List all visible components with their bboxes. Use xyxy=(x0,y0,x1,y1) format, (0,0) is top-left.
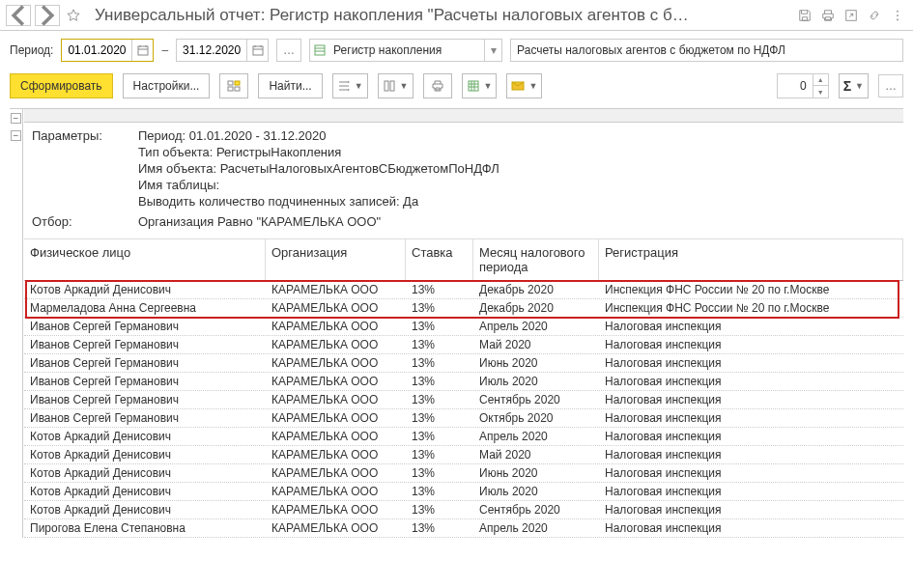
print-icon[interactable] xyxy=(818,6,838,25)
find-button[interactable]: Найти... xyxy=(258,73,322,98)
cell-org: КАРАМЕЛЬКА ООО xyxy=(266,354,406,372)
more2-button[interactable]: … xyxy=(878,74,903,98)
stepper-arrows[interactable]: ▲▼ xyxy=(813,74,828,98)
object-type-combo[interactable]: Регистр накопления ▾ xyxy=(309,39,502,62)
collapse-toggle[interactable]: − xyxy=(11,130,21,141)
svg-rect-10 xyxy=(235,87,240,91)
params-objname: Имя объекта: РасчетыНалоговыхАгентовСБюд… xyxy=(138,161,499,176)
table-row[interactable]: Котов Аркадий ДенисовичКАРАМЕЛЬКА ООО13%… xyxy=(24,446,903,464)
collapse-button[interactable]: ▼ xyxy=(332,73,368,98)
cell-month: Июнь 2020 xyxy=(473,464,599,482)
cell-name: Котов Аркадий Денисович xyxy=(24,428,266,445)
period-toolbar: Период: – … Регистр накопления ▾ Расчеты… xyxy=(0,31,913,70)
svg-rect-12 xyxy=(390,81,394,91)
cell-rate: 13% xyxy=(406,519,473,537)
dash: – xyxy=(161,43,168,57)
window-title: Универсальный отчет: Регистр накопления … xyxy=(87,6,791,25)
date-to-input[interactable] xyxy=(177,40,246,61)
date-to[interactable] xyxy=(176,39,269,62)
table-row[interactable]: Котов Аркадий ДенисовичКАРАМЕЛЬКА ООО13%… xyxy=(24,483,903,501)
export-button[interactable]: ▼ xyxy=(462,73,498,98)
cell-org: КАРАМЕЛЬКА ООО xyxy=(266,336,406,353)
collapse-toggle[interactable]: − xyxy=(11,113,21,124)
curpage-stepper[interactable]: 0 ▲▼ xyxy=(777,73,829,98)
svg-point-1 xyxy=(897,10,899,12)
register-icon xyxy=(310,44,329,56)
grey-header-bar xyxy=(24,109,903,123)
calendar-icon[interactable] xyxy=(246,40,268,61)
cell-month: Июнь 2020 xyxy=(473,354,599,372)
cell-reg: Налоговая инспекция xyxy=(599,409,903,427)
table-row[interactable]: Иванов Сергей ГермановичКАРАМЕЛЬКА ООО13… xyxy=(24,391,903,409)
send-button[interactable]: ▼ xyxy=(506,73,542,98)
cell-month: Апрель 2020 xyxy=(473,519,599,537)
table-row[interactable]: Иванов Сергей ГермановичКАРАМЕЛЬКА ООО13… xyxy=(24,336,903,354)
cell-org: КАРАМЕЛЬКА ООО xyxy=(266,446,406,463)
nav-forward[interactable] xyxy=(35,5,60,26)
date-from[interactable] xyxy=(61,39,154,62)
sum-button[interactable]: Σ▼ xyxy=(839,73,869,98)
cell-name: Котов Аркадий Денисович xyxy=(24,446,266,463)
cell-rate: 13% xyxy=(406,354,473,372)
filter-value: Организация Равно "КАРАМЕЛЬКА ООО" xyxy=(138,214,381,229)
svg-rect-5 xyxy=(253,46,263,55)
combo-text: Регистр накопления xyxy=(329,43,484,57)
table-row[interactable]: Котов Аркадий ДенисовичКАРАМЕЛЬКА ООО13%… xyxy=(24,464,903,483)
table-row[interactable]: Иванов Сергей ГермановичКАРАМЕЛЬКА ООО13… xyxy=(24,318,903,336)
cell-reg: Налоговая инспекция xyxy=(599,464,903,482)
cell-reg: Инспекция ФНС России № 20 по г.Москве xyxy=(599,299,903,317)
cell-rate: 13% xyxy=(406,483,473,500)
open-window-icon[interactable] xyxy=(842,6,861,25)
cell-reg: Налоговая инспекция xyxy=(599,336,903,353)
table-row[interactable]: Мармеладова Анна СергеевнаКАРАМЕЛЬКА ООО… xyxy=(24,299,903,318)
cell-org: КАРАМЕЛЬКА ООО xyxy=(266,464,406,482)
more-icon[interactable] xyxy=(888,6,907,25)
object-name-combo[interactable]: Расчеты налоговых агентов с бюджетом по … xyxy=(510,39,903,62)
star-icon[interactable] xyxy=(64,6,83,25)
cell-reg: Налоговая инспекция xyxy=(599,501,903,518)
save-icon[interactable] xyxy=(795,6,814,25)
table-row[interactable]: Котов Аркадий ДенисовичКАРАМЕЛЬКА ООО13%… xyxy=(24,428,903,446)
cell-name: Котов Аркадий Денисович xyxy=(24,483,266,500)
curpage-value: 0 xyxy=(778,79,813,93)
table-row[interactable]: Иванов Сергей ГермановичКАРАМЕЛЬКА ООО13… xyxy=(24,409,903,428)
table-row[interactable]: Иванов Сергей ГермановичКАРАМЕЛЬКА ООО13… xyxy=(24,373,903,391)
nav-back[interactable] xyxy=(6,5,31,26)
svg-point-2 xyxy=(897,14,899,16)
date-from-input[interactable] xyxy=(62,40,131,61)
period-select-button[interactable]: … xyxy=(276,39,301,62)
cell-month: Декабрь 2020 xyxy=(473,299,599,317)
link-icon[interactable] xyxy=(865,6,884,25)
cell-rate: 13% xyxy=(406,391,473,408)
svg-rect-7 xyxy=(228,81,233,85)
cell-org: КАРАМЕЛЬКА ООО xyxy=(266,501,406,518)
calendar-icon[interactable] xyxy=(131,40,153,61)
cell-rate: 13% xyxy=(406,428,473,445)
params-objtype: Тип объекта: РегистрыНакопления xyxy=(138,145,341,159)
period-label: Период: xyxy=(10,43,53,57)
cell-month: Апрель 2020 xyxy=(473,318,599,335)
cell-month: Декабрь 2020 xyxy=(473,281,599,298)
print-button[interactable] xyxy=(423,73,452,98)
table-row[interactable]: Иванов Сергей ГермановичКАРАМЕЛЬКА ООО13… xyxy=(24,354,903,373)
run-button[interactable]: Сформировать xyxy=(10,73,113,98)
cell-reg: Налоговая инспекция xyxy=(599,373,903,390)
table-row[interactable]: Пирогова Елена СтепановнаКАРАМЕЛЬКА ООО1… xyxy=(24,519,903,538)
cell-rate: 13% xyxy=(406,281,473,298)
cell-month: Сентябрь 2020 xyxy=(473,391,599,408)
filter-label: Отбор: xyxy=(32,214,138,229)
table-row[interactable]: Котов Аркадий ДенисовичКАРАМЕЛЬКА ООО13%… xyxy=(24,281,903,299)
variants-button[interactable] xyxy=(219,73,248,98)
settings-button[interactable]: Настройки... xyxy=(123,73,211,98)
cell-org: КАРАМЕЛЬКА ООО xyxy=(266,299,406,317)
col-rate: Ставка xyxy=(406,239,473,280)
expand-button[interactable]: ▼ xyxy=(378,73,414,98)
table-row[interactable]: Котов Аркадий ДенисовичКАРАМЕЛЬКА ООО13%… xyxy=(24,501,903,519)
cell-name: Пирогова Елена Степановна xyxy=(24,519,266,537)
titlebar: Универсальный отчет: Регистр накопления … xyxy=(0,0,913,31)
cell-month: Июль 2020 xyxy=(473,483,599,500)
params-subcount: Выводить количество подчиненных записей:… xyxy=(138,194,418,209)
cell-name: Иванов Сергей Германович xyxy=(24,318,266,335)
chevron-down-icon[interactable]: ▾ xyxy=(484,40,501,61)
cell-reg: Налоговая инспекция xyxy=(599,318,903,335)
